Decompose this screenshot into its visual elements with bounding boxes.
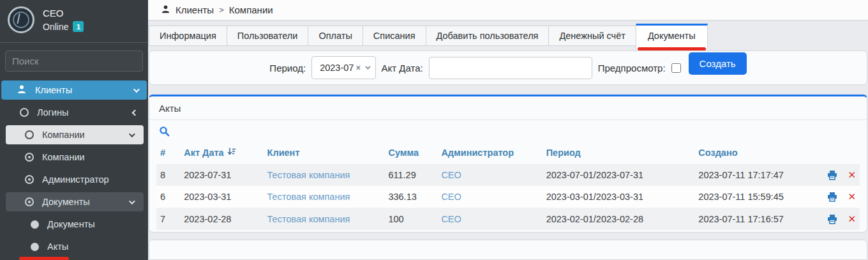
cell-num: 6 [156, 186, 180, 208]
breadcrumb-companies-link[interactable]: Компании [229, 4, 273, 15]
period-clear-icon[interactable]: × [355, 63, 361, 73]
period-select[interactable]: 2023-07 × [311, 56, 375, 79]
user-profile: CEO Online 1 [0, 0, 148, 38]
sidebar-item-acts[interactable]: Акты [1, 237, 147, 256]
tab-add-user[interactable]: Добавить пользователя [426, 26, 550, 46]
col-header-created[interactable]: Создано [694, 142, 816, 164]
preview-label: Предпросмотр: [598, 63, 666, 73]
cell-amount: 336.13 [384, 186, 437, 208]
circle-icon [25, 130, 34, 139]
period-label: Период: [269, 63, 306, 73]
sidebar-item-companies-sub[interactable]: Компании [1, 148, 147, 167]
sidebar-item-label: Администратор [42, 174, 137, 185]
chevron-left-icon [132, 109, 138, 116]
sidebar-item-label: Компании [42, 152, 137, 162]
sidebar-item-clients[interactable]: Клиенты [1, 80, 147, 100]
chevron-down-icon [129, 198, 135, 204]
tab-money-account[interactable]: Денежный счёт [548, 26, 636, 46]
next-panel-partial [149, 240, 867, 260]
col-header-client[interactable]: Клиент [264, 142, 385, 164]
sidebar-divider [0, 42, 148, 43]
sidebar-item-label: Акты [47, 241, 137, 252]
col-header-period[interactable]: Период [542, 142, 695, 164]
user-name: CEO [43, 8, 84, 19]
col-header-num: # [156, 142, 180, 164]
col-header-label: Акт Дата [184, 148, 223, 158]
print-icon[interactable] [827, 170, 837, 180]
print-icon[interactable] [827, 192, 837, 202]
sidebar-item-label: Компании [42, 130, 129, 140]
user-avatar [8, 6, 34, 33]
online-count-badge: 1 [73, 21, 84, 32]
tab-information[interactable]: Информация [149, 26, 227, 46]
sidebar-item-documents-sub[interactable]: Документы [1, 215, 147, 234]
acts-panel-title: Акты [149, 96, 867, 120]
client-link[interactable]: Тестовая компания [267, 192, 350, 202]
admin-link[interactable]: CEO [441, 214, 461, 224]
tab-label: Документы [648, 31, 696, 41]
admin-link[interactable]: CEO [441, 192, 461, 202]
chevron-down-icon [365, 64, 370, 69]
cell-period: 2023-07-01/2023-07-31 [542, 164, 695, 186]
sidebar-item-documents[interactable]: Документы [6, 192, 144, 211]
akt-date-input[interactable] [429, 57, 592, 79]
tab-writeoffs[interactable]: Списания [363, 26, 426, 46]
filter-panel: Период: 2023-07 × Акт Дата: Предпросмотр… [149, 50, 867, 85]
acts-panel: Акты # Акт Дата [149, 95, 867, 233]
cell-period: 2023-03-01/2023-03-31 [542, 186, 695, 208]
table-search-icon[interactable] [159, 128, 170, 139]
print-icon[interactable] [827, 214, 837, 224]
tab-payments[interactable]: Оплаты [308, 26, 363, 46]
annotation-underline-documents-tab [638, 47, 706, 50]
cell-amount: 100 [384, 208, 437, 229]
sidebar-item-label: Клиенты [35, 85, 133, 95]
table-row: 7 2023-02-28 Тестовая компания 100 CEO 2… [156, 208, 860, 229]
delete-icon[interactable]: ✕ [848, 169, 856, 181]
cell-created: 2023-07-11 15:59:45 [694, 186, 816, 208]
sidebar-item-label: Документы [42, 197, 129, 207]
create-button[interactable]: Создать [689, 52, 747, 75]
breadcrumb: Клиенты > Компании [148, 0, 868, 20]
user-status: Online [43, 22, 68, 32]
circle-icon [20, 108, 29, 117]
sidebar-item-logins[interactable]: Логины [1, 103, 147, 122]
table-header-row: # Акт Дата Клиент Сумма Администратор Пе… [156, 142, 860, 164]
client-link[interactable]: Тестовая компания [267, 214, 350, 224]
sidebar: CEO Online 1 Клиенты Логины [0, 0, 148, 260]
dot-circle-icon [25, 153, 34, 162]
admin-link[interactable]: CEO [441, 170, 461, 180]
sort-desc-icon [227, 148, 236, 158]
sidebar-item-label: Логины [37, 107, 133, 118]
cell-num: 7 [156, 208, 180, 229]
sidebar-menu: Клиенты Логины Компании Компании Админис… [0, 80, 148, 256]
cell-num: 8 [156, 164, 180, 186]
sidebar-item-label: Документы [47, 219, 137, 229]
sidebar-search [5, 50, 143, 72]
breadcrumb-separator: > [219, 5, 224, 15]
tab-documents[interactable]: Документы [636, 24, 708, 49]
cell-akt-date: 2023-07-31 [180, 164, 263, 186]
sidebar-item-companies[interactable]: Компании [6, 125, 144, 144]
cell-created: 2023-07-11 17:17:47 [694, 164, 816, 186]
col-header-amount[interactable]: Сумма [384, 142, 437, 164]
chevron-down-icon [133, 86, 140, 93]
col-header-akt-date[interactable]: Акт Дата [180, 142, 263, 164]
preview-checkbox[interactable] [671, 63, 681, 73]
sidebar-item-administrator[interactable]: Администратор [1, 170, 147, 189]
period-value: 2023-07 [320, 63, 354, 73]
acts-table: # Акт Дата Клиент Сумма Администратор Пе… [156, 142, 860, 230]
cell-period: 2023-02-01/2023-02-28 [542, 208, 695, 229]
client-link[interactable]: Тестовая компания [267, 170, 350, 180]
cell-akt-date: 2023-02-28 [180, 208, 263, 229]
tab-users[interactable]: Пользователи [227, 26, 309, 46]
delete-icon[interactable]: ✕ [848, 213, 856, 225]
cell-akt-date: 2023-03-31 [180, 186, 263, 208]
breadcrumb-clients-link[interactable]: Клиенты [176, 4, 214, 15]
search-input[interactable] [6, 51, 143, 71]
person-icon [17, 84, 27, 96]
cell-created: 2023-07-11 17:16:57 [694, 208, 816, 229]
col-header-admin[interactable]: Администратор [437, 142, 542, 164]
bullet-icon [31, 243, 39, 251]
delete-icon[interactable]: ✕ [848, 191, 856, 203]
table-row: 8 2023-07-31 Тестовая компания 611.29 CE… [156, 164, 860, 186]
